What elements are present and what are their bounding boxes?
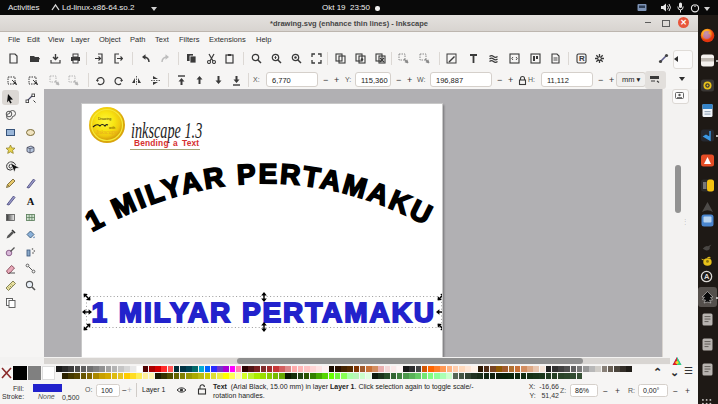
svg-text:A: A [26, 195, 34, 206]
svg-text:A: A [704, 272, 710, 281]
svg-text:1 MILYAR PERTAMAKU: 1 MILYAR PERTAMAKU [82, 158, 439, 237]
svg-text:R: R [579, 54, 585, 63]
